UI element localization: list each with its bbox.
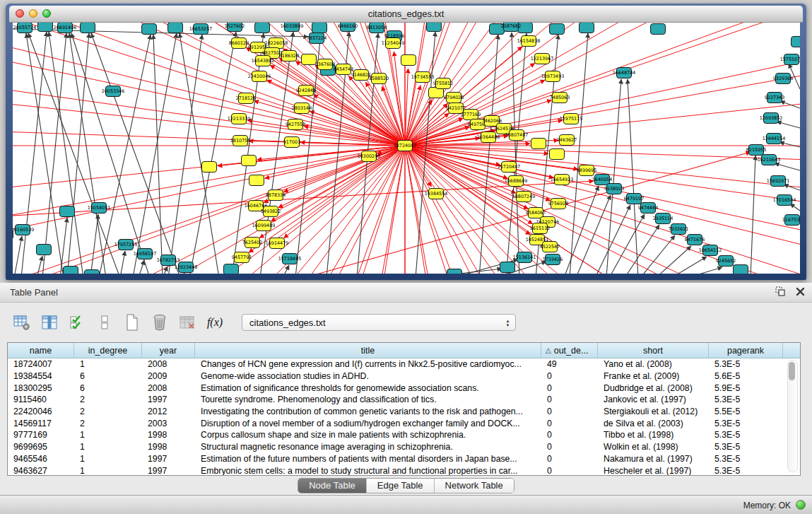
graph-node[interactable]: 20053346 <box>102 86 125 97</box>
table-row[interactable]: 1872400712008Changes of HCN gene express… <box>8 358 800 370</box>
close-window-button[interactable] <box>16 9 24 18</box>
graph-node[interactable] <box>37 245 52 255</box>
graph-node[interactable]: 7485063 <box>550 93 570 103</box>
graph-node[interactable]: 917003 <box>283 137 300 148</box>
graph-node[interactable]: 8186328 <box>279 51 299 62</box>
graph-node[interactable] <box>531 139 546 149</box>
graph-node[interactable] <box>38 23 53 32</box>
graph-node[interactable]: 16782753 <box>157 255 180 266</box>
graph-node[interactable]: 7932621 <box>669 224 688 235</box>
table-scrollbar-thumb[interactable] <box>789 362 795 380</box>
table-row[interactable]: 977716911998Corpus callosum shape and si… <box>8 429 800 441</box>
graph-node[interactable]: 8471676 <box>685 235 705 245</box>
graph-node[interactable]: 15054051 <box>88 203 111 214</box>
column-header-title[interactable]: title <box>195 343 541 358</box>
float-panel-icon[interactable] <box>775 286 786 296</box>
graph-node[interactable] <box>500 262 515 273</box>
table-row[interactable]: 969969511998Structural magnetic resonanc… <box>8 441 800 453</box>
column-header-out-de-[interactable]: △out_de... <box>541 343 598 358</box>
graph-node[interactable]: 19734593 <box>411 72 435 83</box>
graph-node[interactable]: 15136141 <box>513 252 536 263</box>
graph-node[interactable] <box>168 23 183 33</box>
graph-node[interactable]: 8813054 <box>367 23 387 33</box>
graph-node[interactable]: 9329366 <box>773 74 793 84</box>
minimize-window-button[interactable] <box>29 9 37 18</box>
close-panel-icon[interactable] <box>796 287 805 296</box>
graph-node[interactable]: 9245652 <box>716 256 736 267</box>
delete-column-button[interactable] <box>151 313 169 332</box>
graph-node[interactable] <box>81 23 95 33</box>
graph-node[interactable]: 8660123 <box>229 38 249 49</box>
table-settings-button[interactable] <box>13 313 31 332</box>
graph-node[interactable]: 10653257 <box>189 24 213 35</box>
network-canvas[interactable]: 2005572420691406106532571527602160338096… <box>13 23 800 274</box>
graph-node[interactable]: 6479197 <box>624 194 644 204</box>
tab-edge-table[interactable]: Edge Table <box>367 479 435 493</box>
column-header-short[interactable]: short <box>598 343 709 358</box>
graph-node[interactable]: 1810755 <box>230 136 250 146</box>
graph-node[interactable]: 1615132 <box>530 223 550 234</box>
graph-node[interactable]: 8878334 <box>266 190 286 201</box>
graph-node[interactable] <box>579 23 594 33</box>
graph-node[interactable]: 4522547 <box>540 242 560 252</box>
table-row[interactable]: 911546021997Tourette syndrome. Phenomeno… <box>8 394 800 406</box>
graph-node[interactable] <box>142 24 157 35</box>
network-graph[interactable]: 2005572420691406106532571527602160338096… <box>13 23 800 274</box>
graph-node[interactable] <box>792 37 801 47</box>
graph-node[interactable]: 9899695 <box>577 165 596 176</box>
graph-node[interactable]: 2087682 <box>501 23 521 32</box>
graph-node[interactable]: 16210643 <box>758 155 781 165</box>
graph-node[interactable]: 1493822 <box>261 206 281 217</box>
graph-node[interactable]: 6466160 <box>338 23 358 32</box>
graph-node[interactable]: 18226058 <box>265 38 288 49</box>
graph-node[interactable] <box>64 267 78 274</box>
graph-node[interactable] <box>427 23 442 32</box>
graph-node[interactable]: 5938923 <box>604 184 624 194</box>
tab-node-table[interactable]: Node Table <box>298 479 367 493</box>
graph-node[interactable] <box>550 24 565 35</box>
graph-node[interactable]: 15720407 <box>498 162 521 173</box>
column-header-pagerank[interactable]: pagerank <box>709 343 783 358</box>
graph-node[interactable]: 1588520 <box>369 74 389 84</box>
graph-node[interactable]: 15692971 <box>767 176 790 187</box>
graph-node[interactable]: 9755812 <box>433 78 453 89</box>
table-row[interactable]: 2242004622012Investigating the contribut… <box>8 406 800 418</box>
table-row[interactable]: 1456911722003Disruption of a novel membe… <box>8 417 800 429</box>
graph-node[interactable] <box>401 55 416 66</box>
graph-node[interactable]: 16033809 <box>281 23 304 32</box>
column-header-in-degree[interactable]: in_degree <box>74 343 142 358</box>
graph-node[interactable]: 17957255 <box>114 240 138 250</box>
window-titlebar[interactable]: citations_edges.txt <box>9 6 803 23</box>
table-row[interactable]: 1938455462009Genome-wide association stu… <box>8 370 800 382</box>
graph-node[interactable] <box>255 23 270 33</box>
graph-node[interactable] <box>85 270 100 274</box>
function-builder-button[interactable]: f(x) <box>206 313 224 332</box>
graph-node[interactable]: 20691406 <box>54 23 77 33</box>
graph-node[interactable]: 15751074 <box>780 54 800 65</box>
graph-node[interactable]: 20055724 <box>13 23 37 33</box>
graph-node[interactable] <box>550 149 565 160</box>
graph-node[interactable]: 9427552 <box>286 119 305 130</box>
graph-node[interactable]: 9777169 <box>461 110 481 120</box>
graph-node[interactable]: 1733426 <box>543 255 563 265</box>
graph-node[interactable]: 9474444 <box>638 203 658 214</box>
graph-node[interactable]: 2935114 <box>653 214 673 224</box>
graph-node[interactable]: 20160539 <box>13 225 34 235</box>
column-header-name[interactable]: name <box>8 343 74 358</box>
graph-node[interactable] <box>60 206 75 217</box>
graph-node[interactable]: 8215955 <box>746 145 766 156</box>
column-header-year[interactable]: year <box>142 343 195 358</box>
column-visibility-button[interactable] <box>40 313 59 332</box>
graph-node[interactable]: 16914479 <box>266 238 289 249</box>
graph-node[interactable]: 1167533 <box>782 215 800 226</box>
graph-node[interactable] <box>302 54 317 65</box>
graph-node[interactable]: 12093852 <box>760 113 783 124</box>
graph-node[interactable]: 9756928 <box>548 199 568 209</box>
table-selector-dropdown[interactable]: citations_edges.txt ▲▼ <box>242 314 516 331</box>
table-row[interactable]: 1830029562008Estimation of significance … <box>8 382 800 394</box>
table-scrollbar[interactable] <box>787 360 798 472</box>
tab-network-table[interactable]: Network Table <box>435 479 514 493</box>
table-row[interactable]: 946554611997Estimation of the future num… <box>8 453 800 465</box>
graph-node[interactable]: 9457791 <box>232 252 252 263</box>
graph-node[interactable] <box>734 265 748 274</box>
